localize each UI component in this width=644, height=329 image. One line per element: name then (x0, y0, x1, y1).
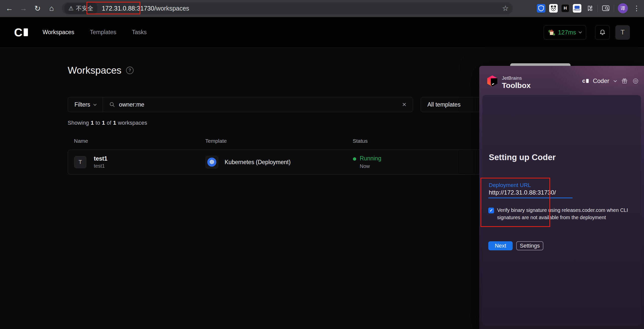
toolbox-header-actions: c Coder (582, 77, 639, 84)
h-extension-icon[interactable]: H (561, 5, 569, 12)
search-icon (109, 101, 115, 108)
settings-button[interactable]: Settings (516, 241, 543, 250)
nav-templates[interactable]: Templates (90, 29, 116, 36)
main-nav: Workspaces Templates Tasks (43, 29, 147, 36)
filter-bar: Filters × (68, 97, 413, 112)
settings-badge-icon[interactable] (632, 78, 639, 84)
browser-menu-icon[interactable]: ⋮ (632, 4, 641, 12)
latency-value: 127ms (558, 29, 576, 36)
jetbrains-toolbox-logo-icon (486, 75, 498, 87)
url-annotation-box (87, 2, 140, 14)
deployment-annotation-box (480, 178, 550, 227)
column-name: Name (74, 138, 205, 144)
status-badge: Running (360, 155, 381, 162)
toolbox-app-selector[interactable]: Coder (593, 77, 609, 84)
workspace-template-cell: ☸ Kubernetes (Deployment) (206, 156, 353, 168)
nav-tasks[interactable]: Tasks (132, 29, 147, 36)
home-icon[interactable]: ⌂ (46, 3, 57, 14)
panda-extension-icon[interactable] (549, 4, 558, 13)
column-template: Template (205, 138, 353, 144)
setup-heading: Setting up Coder (489, 153, 556, 162)
browser-profile-avatar[interactable]: 谭 (618, 3, 628, 13)
proxy-mask-glyph (575, 6, 580, 9)
kubernetes-icon: ☸ (207, 158, 216, 167)
chevron-down-icon (579, 30, 582, 33)
workspace-owner: test1 (94, 163, 107, 169)
side-search-icon[interactable] (601, 4, 610, 13)
coder-app-header: C Workspaces Templates Tasks 127ms (0, 17, 644, 48)
bell-icon (599, 29, 606, 36)
jetbrains-label: JetBrains (502, 75, 531, 81)
bitwarden-extension-icon[interactable] (537, 4, 545, 13)
template-name: Kubernetes (Deployment) (225, 159, 291, 166)
status-dot (353, 157, 356, 161)
notifications-button[interactable] (595, 25, 610, 40)
screen: ← → ↻ ⌂ ⚠ 不安全 172.31.0.88:31730 /workspa… (0, 0, 644, 329)
browser-extension-row: H PROXY 谭 ⋮ (537, 2, 641, 14)
toolbox-label: Toolbox (502, 81, 531, 90)
search-box (103, 97, 396, 112)
proxy-label: PROXY (574, 9, 580, 11)
workspace-name-cell: T test1 test1 (74, 155, 206, 169)
coder-logo[interactable]: C (14, 27, 28, 38)
page-title: Workspaces (68, 65, 122, 76)
home-region-icon (548, 29, 555, 35)
next-button[interactable]: Next (488, 241, 513, 250)
gift-icon[interactable] (621, 78, 628, 84)
user-avatar[interactable]: T (615, 25, 630, 40)
url-path: /workspaces (154, 5, 189, 12)
page-title-row: Workspaces ? (68, 65, 134, 76)
jetbrains-toolbox-wordmark: JetBrains Toolbox (502, 75, 531, 90)
help-icon[interactable]: ? (126, 67, 134, 74)
reload-icon[interactable]: ↻ (32, 3, 43, 14)
proxy-extension-icon[interactable]: PROXY (573, 4, 581, 13)
bookmark-star-icon[interactable]: ☆ (502, 4, 509, 13)
toolbar-separator (597, 5, 598, 12)
warning-icon: ⚠ (68, 5, 74, 12)
nav-workspaces[interactable]: Workspaces (43, 29, 74, 36)
template-icon-tile: ☸ (206, 156, 218, 168)
coder-mini-logo-icon: c (582, 78, 588, 84)
chevron-down-icon (93, 103, 97, 106)
workspace-name: test1 (94, 155, 107, 162)
search-input[interactable] (119, 101, 390, 108)
filters-button[interactable]: Filters (68, 97, 103, 112)
extensions-puzzle-icon[interactable] (585, 4, 594, 13)
filters-label: Filters (74, 101, 90, 108)
toolbar-separator (614, 5, 614, 12)
coder-logo-block (24, 28, 28, 36)
latency-button[interactable]: 127ms (544, 25, 586, 40)
clear-search-icon[interactable]: × (396, 101, 413, 109)
forward-icon[interactable]: → (18, 3, 29, 14)
status-time: Now (360, 163, 381, 169)
workspace-avatar: T (74, 156, 86, 168)
coder-logo-letter: C (14, 27, 22, 38)
chevron-down-icon[interactable] (614, 79, 617, 82)
results-summary: Showing1 to1 of1 workspaces (68, 120, 147, 126)
back-icon[interactable]: ← (4, 3, 15, 14)
header-right-cluster: 127ms T (544, 25, 630, 40)
